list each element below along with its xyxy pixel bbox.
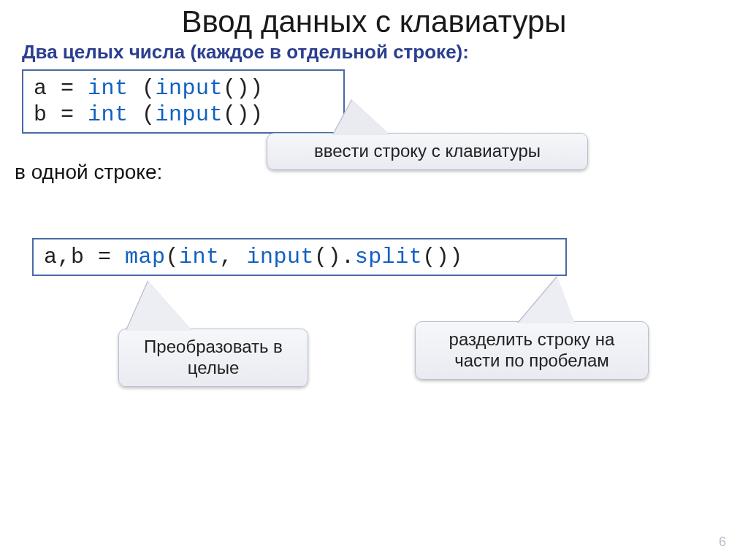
code-box-2: a,b = map(int, input().split())	[32, 238, 567, 276]
code-text: ().	[314, 245, 355, 269]
code-text: ())	[223, 76, 264, 101]
code-box-1: a = int (input()) b = int (input())	[22, 69, 345, 134]
callout-tail	[518, 277, 575, 323]
callout-convert-to-int: Преобразовать в целые	[118, 329, 308, 387]
keyword-int: int	[179, 245, 220, 269]
callout-tail	[126, 281, 192, 331]
callout-text: Преобразовать в целые	[144, 337, 283, 377]
code-line-1: a = int (input())	[34, 75, 333, 101]
keyword-input: input	[247, 245, 315, 269]
code-text: (	[166, 245, 180, 269]
callout-text: разделить строку на части по пробелам	[449, 329, 615, 370]
page-number: 6	[719, 534, 726, 550]
code-text: a =	[34, 76, 88, 101]
keyword-split: split	[355, 245, 423, 269]
code-line-2: b = int (input())	[34, 101, 333, 128]
keyword-input: input	[156, 102, 224, 127]
slide-subtitle: Два целых числа (каждое в отдельной стро…	[22, 41, 748, 64]
callout-text: ввести строку с клавиатуры	[314, 141, 541, 161]
code-text: (	[129, 76, 156, 101]
code-text: ())	[223, 102, 264, 127]
code-text: (	[129, 102, 156, 127]
keyword-input: input	[156, 76, 224, 101]
callout-tail	[333, 100, 390, 135]
code-text: ,	[220, 245, 247, 269]
callout-split-by-spaces: разделить строку на части по пробелам	[415, 321, 649, 380]
callout-input-from-keyboard: ввести строку с клавиатуры	[267, 133, 588, 170]
code-text: b =	[34, 102, 88, 127]
body-text: в одной строке:	[15, 161, 162, 184]
keyword-int: int	[88, 76, 129, 101]
keyword-int: int	[88, 102, 129, 127]
code-text: a,b =	[44, 245, 125, 269]
keyword-map: map	[125, 245, 166, 269]
slide-title: Ввод данных с клавиатуры	[0, 4, 748, 39]
code-text: ())	[422, 245, 463, 269]
